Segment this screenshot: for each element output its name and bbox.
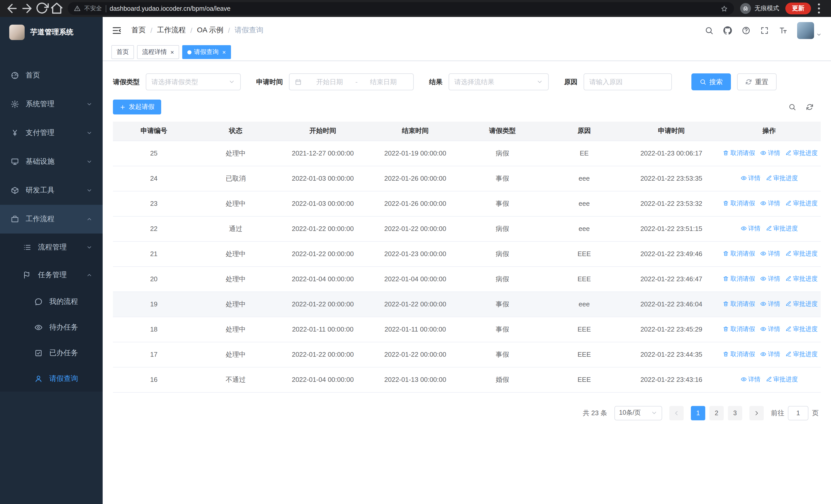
action-cancel[interactable]: 取消请假 xyxy=(723,274,755,283)
reload-icon[interactable] xyxy=(35,2,49,16)
update-button[interactable]: 更新 xyxy=(785,3,811,14)
action-detail[interactable]: 详情 xyxy=(740,224,761,233)
page-button-1[interactable]: 1 xyxy=(691,406,705,420)
sidebar-item-my-process[interactable]: 我的流程 xyxy=(0,289,103,315)
action-detail[interactable]: 详情 xyxy=(760,274,780,283)
sidebar-item-done-tasks[interactable]: 已办任务 xyxy=(0,340,103,366)
result-select[interactable]: 请选择流结果 xyxy=(449,73,549,90)
refresh-table-icon[interactable] xyxy=(806,103,813,111)
action-progress[interactable]: 审批进度 xyxy=(785,274,818,283)
action-progress[interactable]: 审批进度 xyxy=(785,325,818,334)
sidebar-item-leave-query[interactable]: 请假查询 xyxy=(0,366,103,392)
action-cancel[interactable]: 取消请假 xyxy=(723,149,755,157)
action-progress[interactable]: 审批进度 xyxy=(766,174,798,183)
apply-time-label: 申请时间 xyxy=(256,77,283,87)
action-detail[interactable]: 详情 xyxy=(740,375,761,384)
help-icon[interactable] xyxy=(742,26,750,35)
sidebar-item-task-mgmt[interactable]: 任务管理 xyxy=(0,261,103,289)
action-cancel[interactable]: 取消请假 xyxy=(723,300,755,308)
browser-menu-icon[interactable] xyxy=(812,2,826,16)
action-detail[interactable]: 详情 xyxy=(760,325,780,334)
eye-icon xyxy=(760,251,766,257)
refresh-icon xyxy=(745,79,752,85)
tab-label: 流程详情 xyxy=(142,48,167,56)
toggle-search-icon[interactable] xyxy=(789,103,796,111)
close-icon[interactable]: × xyxy=(170,49,174,55)
action-progress[interactable]: 审批进度 xyxy=(785,199,818,208)
logo[interactable]: 芋道管理系统 xyxy=(0,17,103,48)
action-detail[interactable]: 详情 xyxy=(760,149,780,157)
action-label: 取消请假 xyxy=(730,274,755,283)
leave-type-select[interactable]: 请选择请假类型 xyxy=(146,73,241,90)
sidebar-item-payment[interactable]: 支付管理 xyxy=(0,119,103,147)
sidebar-item-system[interactable]: 系统管理 xyxy=(0,90,103,119)
sidebar-item-home[interactable]: 首页 xyxy=(0,61,103,90)
sidebar-item-label: 请假查询 xyxy=(49,374,78,383)
user-avatar[interactable] xyxy=(797,22,822,39)
action-label: 取消请假 xyxy=(730,325,755,334)
sidebar-item-todo-tasks[interactable]: 待办任务 xyxy=(0,315,103,340)
sidebar-item-infrastructure[interactable]: 基础设施 xyxy=(0,147,103,176)
sidebar-item-workflow[interactable]: 工作流程 xyxy=(0,205,103,234)
incognito-label: 无痕模式 xyxy=(754,4,779,13)
address-bar[interactable]: 不安全 dashboard.yudao.iocoder.cn/bpm/oa/le… xyxy=(68,2,734,15)
close-icon[interactable]: × xyxy=(222,49,226,55)
tab-process-detail[interactable]: 流程详情× xyxy=(137,45,179,59)
action-label: 取消请假 xyxy=(730,199,755,208)
back-icon[interactable] xyxy=(5,2,19,16)
tab-leave-query[interactable]: 请假查询× xyxy=(182,45,231,59)
reason-label: 原因 xyxy=(564,77,577,87)
prev-page-button[interactable] xyxy=(669,406,684,420)
action-detail[interactable]: 详情 xyxy=(760,249,780,258)
search-button[interactable]: 搜索 xyxy=(691,73,731,90)
cell-status: 处理中 xyxy=(195,342,277,367)
action-progress[interactable]: 审批进度 xyxy=(766,375,798,384)
header-search-icon[interactable] xyxy=(705,26,713,35)
page-button-3[interactable]: 3 xyxy=(728,406,742,420)
github-icon[interactable] xyxy=(723,26,732,35)
next-page-button[interactable] xyxy=(749,406,764,420)
bookmark-star-icon[interactable] xyxy=(721,5,728,12)
fullscreen-icon[interactable] xyxy=(760,26,769,35)
action-detail[interactable]: 详情 xyxy=(760,199,780,208)
action-cancel[interactable]: 取消请假 xyxy=(723,350,755,359)
action-progress[interactable]: 审批进度 xyxy=(785,300,818,308)
sidebar-item-dev-tools[interactable]: 研发工具 xyxy=(0,176,103,205)
action-progress[interactable]: 审批进度 xyxy=(785,249,818,258)
page-button-2[interactable]: 2 xyxy=(709,406,724,420)
action-progress[interactable]: 审批进度 xyxy=(785,149,818,157)
action-cancel[interactable]: 取消请假 xyxy=(723,325,755,334)
action-detail[interactable]: 详情 xyxy=(760,350,780,359)
home-icon[interactable] xyxy=(50,2,64,16)
font-size-icon[interactable] xyxy=(779,26,787,35)
page-size-select[interactable]: 10条/页 xyxy=(614,406,662,420)
tab-home[interactable]: 首页 xyxy=(111,45,134,59)
url-text[interactable]: dashboard.yudao.iocoder.cn/bpm/oa/leave xyxy=(110,5,717,12)
forward-icon[interactable] xyxy=(20,2,34,16)
column-header: 结束时间 xyxy=(369,122,461,141)
breadcrumb-item[interactable]: 工作流程 xyxy=(157,26,186,35)
toolbox-icon xyxy=(10,186,19,195)
action-cancel[interactable]: 取消请假 xyxy=(723,249,755,258)
action-cancel[interactable]: 取消请假 xyxy=(723,199,755,208)
cell-end: 2022-01-23 00:00:00 xyxy=(369,241,461,266)
breadcrumb-item[interactable]: 首页 xyxy=(132,26,146,35)
screen: 不安全 dashboard.yudao.iocoder.cn/bpm/oa/le… xyxy=(0,0,831,504)
goto-page-input[interactable] xyxy=(788,406,808,420)
apply-time-range-picker[interactable]: 开始日期 - 结束日期 xyxy=(289,73,414,90)
table-row: 18处理中2022-01-11 00:00:002022-01-11 00:00… xyxy=(113,317,821,342)
reason-input[interactable] xyxy=(583,73,672,90)
action-detail[interactable]: 详情 xyxy=(740,174,761,183)
breadcrumb-item[interactable]: OA 示例 xyxy=(197,26,224,35)
action-progress[interactable]: 审批进度 xyxy=(785,350,818,359)
sidebar-toggle-icon[interactable] xyxy=(112,25,122,35)
sidebar-item-process-mgmt[interactable]: 流程管理 xyxy=(0,234,103,261)
action-label: 详情 xyxy=(768,274,780,283)
action-detail[interactable]: 详情 xyxy=(760,300,780,308)
action-label: 审批进度 xyxy=(773,224,798,233)
security-label[interactable]: 不安全 xyxy=(84,5,102,12)
action-label: 详情 xyxy=(768,325,780,334)
create-leave-button[interactable]: 发起请假 xyxy=(113,99,161,114)
reset-button[interactable]: 重置 xyxy=(737,73,777,90)
action-progress[interactable]: 审批进度 xyxy=(766,224,798,233)
